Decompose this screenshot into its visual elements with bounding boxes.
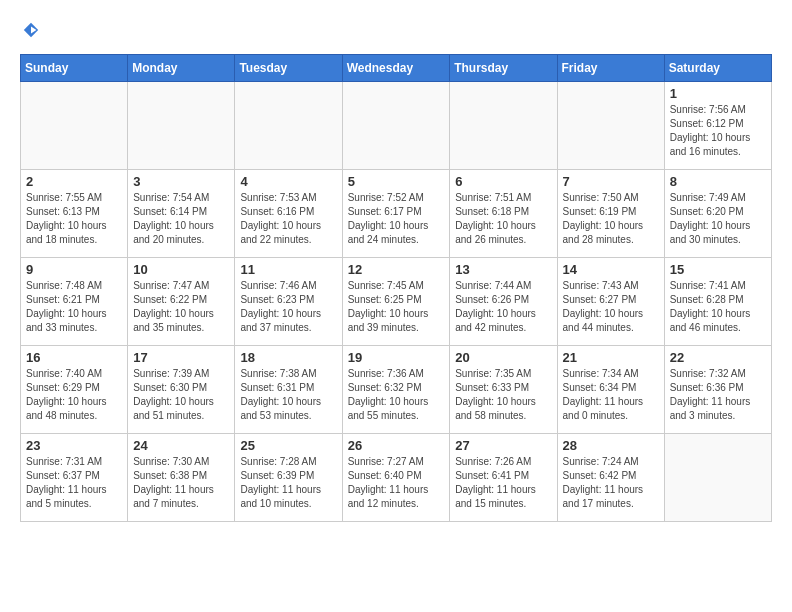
day-number: 7 xyxy=(563,174,659,189)
day-info: Sunrise: 7:48 AM Sunset: 6:21 PM Dayligh… xyxy=(26,279,122,335)
day-info: Sunrise: 7:39 AM Sunset: 6:30 PM Dayligh… xyxy=(133,367,229,423)
calendar-cell: 10Sunrise: 7:47 AM Sunset: 6:22 PM Dayli… xyxy=(128,258,235,346)
calendar-cell: 5Sunrise: 7:52 AM Sunset: 6:17 PM Daylig… xyxy=(342,170,450,258)
day-number: 28 xyxy=(563,438,659,453)
calendar-cell: 12Sunrise: 7:45 AM Sunset: 6:25 PM Dayli… xyxy=(342,258,450,346)
day-number: 15 xyxy=(670,262,766,277)
calendar-cell: 26Sunrise: 7:27 AM Sunset: 6:40 PM Dayli… xyxy=(342,434,450,522)
day-number: 1 xyxy=(670,86,766,101)
day-number: 26 xyxy=(348,438,445,453)
calendar-header-wednesday: Wednesday xyxy=(342,55,450,82)
calendar-cell: 18Sunrise: 7:38 AM Sunset: 6:31 PM Dayli… xyxy=(235,346,342,434)
day-number: 2 xyxy=(26,174,122,189)
calendar-cell: 3Sunrise: 7:54 AM Sunset: 6:14 PM Daylig… xyxy=(128,170,235,258)
day-info: Sunrise: 7:51 AM Sunset: 6:18 PM Dayligh… xyxy=(455,191,551,247)
day-info: Sunrise: 7:55 AM Sunset: 6:13 PM Dayligh… xyxy=(26,191,122,247)
day-number: 16 xyxy=(26,350,122,365)
day-number: 9 xyxy=(26,262,122,277)
day-info: Sunrise: 7:35 AM Sunset: 6:33 PM Dayligh… xyxy=(455,367,551,423)
calendar-header-row: SundayMondayTuesdayWednesdayThursdayFrid… xyxy=(21,55,772,82)
day-number: 22 xyxy=(670,350,766,365)
day-number: 3 xyxy=(133,174,229,189)
calendar-cell: 16Sunrise: 7:40 AM Sunset: 6:29 PM Dayli… xyxy=(21,346,128,434)
calendar-cell: 2Sunrise: 7:55 AM Sunset: 6:13 PM Daylig… xyxy=(21,170,128,258)
day-number: 14 xyxy=(563,262,659,277)
calendar-cell: 7Sunrise: 7:50 AM Sunset: 6:19 PM Daylig… xyxy=(557,170,664,258)
day-number: 13 xyxy=(455,262,551,277)
day-info: Sunrise: 7:38 AM Sunset: 6:31 PM Dayligh… xyxy=(240,367,336,423)
calendar-cell: 24Sunrise: 7:30 AM Sunset: 6:38 PM Dayli… xyxy=(128,434,235,522)
day-number: 4 xyxy=(240,174,336,189)
day-info: Sunrise: 7:46 AM Sunset: 6:23 PM Dayligh… xyxy=(240,279,336,335)
day-number: 6 xyxy=(455,174,551,189)
day-number: 17 xyxy=(133,350,229,365)
day-info: Sunrise: 7:36 AM Sunset: 6:32 PM Dayligh… xyxy=(348,367,445,423)
calendar-header-friday: Friday xyxy=(557,55,664,82)
day-info: Sunrise: 7:30 AM Sunset: 6:38 PM Dayligh… xyxy=(133,455,229,511)
calendar-week-0: 1Sunrise: 7:56 AM Sunset: 6:12 PM Daylig… xyxy=(21,82,772,170)
calendar-cell: 11Sunrise: 7:46 AM Sunset: 6:23 PM Dayli… xyxy=(235,258,342,346)
calendar-cell: 6Sunrise: 7:51 AM Sunset: 6:18 PM Daylig… xyxy=(450,170,557,258)
calendar-cell: 27Sunrise: 7:26 AM Sunset: 6:41 PM Dayli… xyxy=(450,434,557,522)
day-number: 19 xyxy=(348,350,445,365)
calendar-cell: 25Sunrise: 7:28 AM Sunset: 6:39 PM Dayli… xyxy=(235,434,342,522)
calendar-header-saturday: Saturday xyxy=(664,55,771,82)
day-info: Sunrise: 7:27 AM Sunset: 6:40 PM Dayligh… xyxy=(348,455,445,511)
day-number: 25 xyxy=(240,438,336,453)
calendar-cell: 28Sunrise: 7:24 AM Sunset: 6:42 PM Dayli… xyxy=(557,434,664,522)
page-header xyxy=(20,20,772,44)
day-number: 27 xyxy=(455,438,551,453)
day-info: Sunrise: 7:52 AM Sunset: 6:17 PM Dayligh… xyxy=(348,191,445,247)
calendar-week-1: 2Sunrise: 7:55 AM Sunset: 6:13 PM Daylig… xyxy=(21,170,772,258)
day-info: Sunrise: 7:40 AM Sunset: 6:29 PM Dayligh… xyxy=(26,367,122,423)
calendar-cell xyxy=(235,82,342,170)
calendar-cell xyxy=(450,82,557,170)
calendar-cell: 13Sunrise: 7:44 AM Sunset: 6:26 PM Dayli… xyxy=(450,258,557,346)
calendar-header-sunday: Sunday xyxy=(21,55,128,82)
day-info: Sunrise: 7:54 AM Sunset: 6:14 PM Dayligh… xyxy=(133,191,229,247)
calendar-cell: 19Sunrise: 7:36 AM Sunset: 6:32 PM Dayli… xyxy=(342,346,450,434)
day-info: Sunrise: 7:49 AM Sunset: 6:20 PM Dayligh… xyxy=(670,191,766,247)
day-info: Sunrise: 7:50 AM Sunset: 6:19 PM Dayligh… xyxy=(563,191,659,247)
day-number: 24 xyxy=(133,438,229,453)
calendar-cell: 22Sunrise: 7:32 AM Sunset: 6:36 PM Dayli… xyxy=(664,346,771,434)
logo xyxy=(20,20,40,44)
calendar-cell: 23Sunrise: 7:31 AM Sunset: 6:37 PM Dayli… xyxy=(21,434,128,522)
calendar-header-monday: Monday xyxy=(128,55,235,82)
day-info: Sunrise: 7:56 AM Sunset: 6:12 PM Dayligh… xyxy=(670,103,766,159)
calendar-cell xyxy=(21,82,128,170)
calendar-header-thursday: Thursday xyxy=(450,55,557,82)
day-number: 10 xyxy=(133,262,229,277)
calendar-cell: 20Sunrise: 7:35 AM Sunset: 6:33 PM Dayli… xyxy=(450,346,557,434)
calendar-cell: 4Sunrise: 7:53 AM Sunset: 6:16 PM Daylig… xyxy=(235,170,342,258)
day-info: Sunrise: 7:24 AM Sunset: 6:42 PM Dayligh… xyxy=(563,455,659,511)
calendar-header-tuesday: Tuesday xyxy=(235,55,342,82)
calendar-cell: 14Sunrise: 7:43 AM Sunset: 6:27 PM Dayli… xyxy=(557,258,664,346)
day-info: Sunrise: 7:34 AM Sunset: 6:34 PM Dayligh… xyxy=(563,367,659,423)
day-number: 21 xyxy=(563,350,659,365)
day-number: 11 xyxy=(240,262,336,277)
calendar-cell: 15Sunrise: 7:41 AM Sunset: 6:28 PM Dayli… xyxy=(664,258,771,346)
calendar-cell xyxy=(342,82,450,170)
calendar-week-3: 16Sunrise: 7:40 AM Sunset: 6:29 PM Dayli… xyxy=(21,346,772,434)
day-number: 12 xyxy=(348,262,445,277)
calendar-cell xyxy=(557,82,664,170)
day-number: 8 xyxy=(670,174,766,189)
day-number: 20 xyxy=(455,350,551,365)
calendar-cell: 1Sunrise: 7:56 AM Sunset: 6:12 PM Daylig… xyxy=(664,82,771,170)
calendar-table: SundayMondayTuesdayWednesdayThursdayFrid… xyxy=(20,54,772,522)
day-info: Sunrise: 7:28 AM Sunset: 6:39 PM Dayligh… xyxy=(240,455,336,511)
calendar-cell xyxy=(128,82,235,170)
day-info: Sunrise: 7:32 AM Sunset: 6:36 PM Dayligh… xyxy=(670,367,766,423)
day-info: Sunrise: 7:45 AM Sunset: 6:25 PM Dayligh… xyxy=(348,279,445,335)
day-info: Sunrise: 7:31 AM Sunset: 6:37 PM Dayligh… xyxy=(26,455,122,511)
calendar-cell: 17Sunrise: 7:39 AM Sunset: 6:30 PM Dayli… xyxy=(128,346,235,434)
day-info: Sunrise: 7:26 AM Sunset: 6:41 PM Dayligh… xyxy=(455,455,551,511)
day-info: Sunrise: 7:41 AM Sunset: 6:28 PM Dayligh… xyxy=(670,279,766,335)
day-info: Sunrise: 7:43 AM Sunset: 6:27 PM Dayligh… xyxy=(563,279,659,335)
calendar-cell xyxy=(664,434,771,522)
day-number: 5 xyxy=(348,174,445,189)
day-number: 23 xyxy=(26,438,122,453)
calendar-cell: 9Sunrise: 7:48 AM Sunset: 6:21 PM Daylig… xyxy=(21,258,128,346)
calendar-week-2: 9Sunrise: 7:48 AM Sunset: 6:21 PM Daylig… xyxy=(21,258,772,346)
